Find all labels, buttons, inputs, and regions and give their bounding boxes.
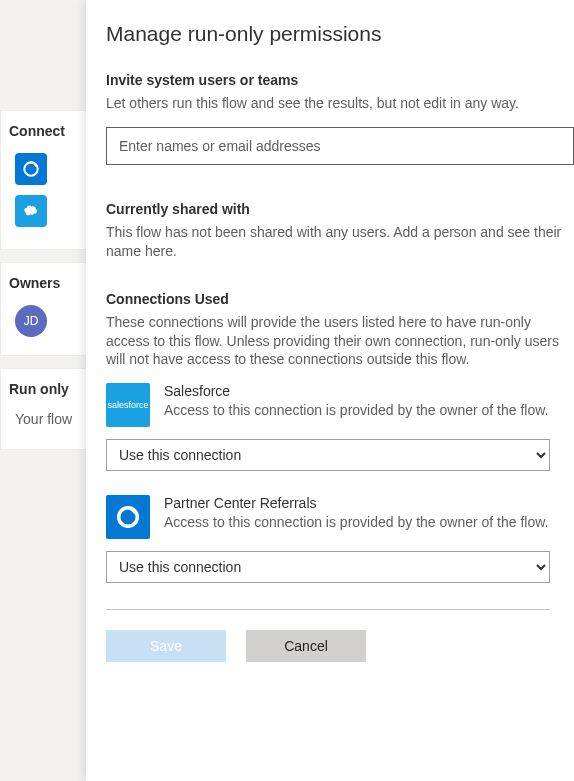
bg-connections-card: Connect: [0, 110, 92, 250]
connections-list: salesforce Salesforce Access to this con…: [106, 383, 574, 662]
invite-heading: Invite system users or teams: [106, 72, 574, 88]
invite-input[interactable]: [106, 127, 574, 165]
connection-desc: Access to this connection is provided by…: [164, 513, 574, 531]
connection-text: Salesforce Access to this connection is …: [164, 383, 574, 419]
bg-owners-title: Owners: [9, 275, 83, 291]
shared-desc: This flow has not been shared with any u…: [106, 223, 574, 261]
connection-select-partner-center[interactable]: Use this connection: [106, 551, 550, 583]
shared-heading: Currently shared with: [106, 201, 574, 217]
owner-avatar: JD: [15, 305, 47, 337]
permissions-panel: Manage run-only permissions Invite syste…: [86, 0, 574, 781]
salesforce-icon: salesforce: [106, 383, 150, 427]
bg-owners-card: Owners JD: [0, 262, 92, 356]
connections-desc: These connections will provide the users…: [106, 313, 574, 370]
connection-text: Partner Center Referrals Access to this …: [164, 495, 574, 531]
bg-runonly-text: Your flow: [15, 411, 77, 427]
cancel-button[interactable]: Cancel: [246, 630, 366, 662]
partner-center-icon: [106, 495, 150, 539]
partner-center-icon: [15, 153, 47, 185]
footer-buttons: Save Cancel: [106, 630, 574, 662]
connection-item-partner-center: Partner Center Referrals Access to this …: [106, 495, 574, 539]
connection-desc: Access to this connection is provided by…: [164, 401, 574, 419]
connection-name: Partner Center Referrals: [164, 495, 574, 511]
background-sidebar: Connect Owners JD Run only Your flow: [0, 0, 92, 781]
salesforce-icon: [15, 195, 47, 227]
connection-select-salesforce[interactable]: Use this connection: [106, 439, 550, 471]
invite-desc: Let others run this flow and see the res…: [106, 94, 574, 113]
panel-title: Manage run-only permissions: [106, 22, 574, 46]
connection-item-salesforce: salesforce Salesforce Access to this con…: [106, 383, 574, 427]
bg-runonly-card: Run only Your flow: [0, 368, 92, 450]
divider: [106, 609, 550, 610]
connection-name: Salesforce: [164, 383, 574, 399]
save-button[interactable]: Save: [106, 630, 226, 662]
bg-connections-title: Connect: [9, 123, 83, 139]
bg-runonly-title: Run only: [9, 381, 83, 397]
connections-heading: Connections Used: [106, 291, 574, 307]
